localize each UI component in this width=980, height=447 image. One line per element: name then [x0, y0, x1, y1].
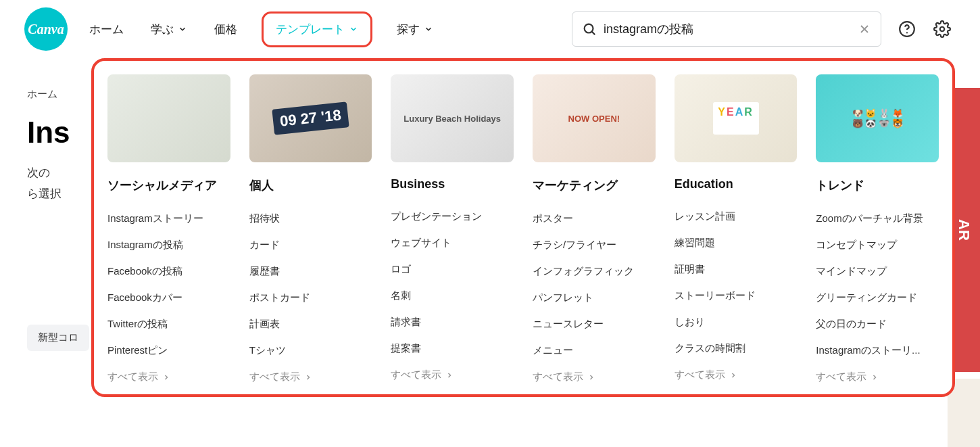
list-item[interactable]: チラシ/フライヤー [533, 232, 656, 258]
list-item[interactable]: ポストカード [249, 285, 372, 311]
nav-learn[interactable]: 学ぶ [148, 16, 190, 43]
list-item[interactable]: Instagramストーリー [107, 206, 230, 232]
nav-home[interactable]: ホーム [87, 16, 126, 43]
list-item[interactable]: コンセプトマップ [816, 232, 939, 258]
list-item[interactable]: 提案書 [391, 335, 514, 362]
search-box[interactable] [572, 11, 881, 47]
category-title[interactable]: トレンド [816, 177, 939, 193]
category-thumb-trend[interactable]: 🐶 🐱 🐰 🦊🐻 🐼 🐨 🐯 [816, 74, 939, 162]
category-list: ポスター チラシ/フライヤー インフォグラフィック パンフレット ニュースレター… [533, 206, 656, 364]
category-list: レッスン計画 練習問題 証明書 ストーリーボード しおり クラスの時間割 [675, 204, 798, 362]
nav-pricing[interactable]: 価格 [212, 16, 240, 43]
chevron-right-icon [445, 371, 454, 379]
list-item[interactable]: Tシャツ [249, 337, 372, 364]
list-item[interactable]: カード [249, 232, 372, 258]
see-all-link[interactable]: すべて表示 [533, 371, 656, 383]
help-button[interactable] [893, 16, 921, 43]
list-item[interactable]: ストーリーボード [675, 283, 798, 309]
category-title[interactable]: Education [675, 177, 798, 191]
category-title[interactable]: ソーシャルメディア [107, 177, 230, 193]
category-thumb-personal[interactable]: 09 27 '18 [249, 74, 372, 162]
svg-point-6 [940, 27, 945, 32]
list-item[interactable]: ポスター [533, 206, 656, 232]
list-item[interactable]: インフォグラフィック [533, 258, 656, 285]
nav-explore-label: 探す [397, 22, 420, 37]
category-thumb-business[interactable]: Luxury Beach Holidays [391, 74, 514, 162]
list-item[interactable]: 招待状 [249, 206, 372, 232]
category-thumb-marketing[interactable]: NOW OPEN! [533, 74, 656, 162]
category-title[interactable]: Business [391, 177, 514, 191]
svg-point-5 [906, 32, 908, 33]
list-item[interactable]: Instagramのストーリ... [816, 337, 939, 364]
megamenu-col-business: Luxury Beach Holidays Business プレゼンテーション… [391, 74, 514, 383]
search-input[interactable] [604, 22, 851, 37]
see-all-link[interactable]: すべて表示 [107, 371, 230, 383]
header: Canva ホーム 学ぶ 価格 テンプレート 探す [0, 0, 980, 58]
list-item[interactable]: 請求書 [391, 309, 514, 335]
list-item[interactable]: 証明書 [675, 256, 798, 283]
nav-templates-label: テンプレート [276, 22, 345, 37]
category-thumb-education[interactable]: YEARBOOK [675, 74, 798, 162]
list-item[interactable]: Pinterestピン [107, 337, 230, 364]
templates-megamenu: ソーシャルメディア Instagramストーリー Instagramの投稿 Fa… [91, 58, 955, 397]
see-all-link[interactable]: すべて表示 [249, 371, 372, 383]
category-thumb-social[interactable] [107, 74, 230, 162]
see-all-link[interactable]: すべて表示 [391, 369, 514, 381]
list-item[interactable]: 練習問題 [675, 230, 798, 256]
chevron-right-icon [729, 371, 737, 379]
category-list: Instagramストーリー Instagramの投稿 Facebookの投稿 … [107, 206, 230, 364]
chevron-down-icon [424, 24, 433, 34]
nav-pricing-label: 価格 [214, 22, 237, 37]
megamenu-col-marketing: NOW OPEN! マーケティング ポスター チラシ/フライヤー インフォグラフ… [533, 74, 656, 383]
category-list: プレゼンテーション ウェブサイト ロゴ 名刺 請求書 提案書 [391, 204, 514, 362]
list-item[interactable]: Zoomのバーチャル背景 [816, 206, 939, 232]
list-item[interactable]: 履歴書 [249, 258, 372, 285]
list-item[interactable]: メニュー [533, 337, 656, 364]
category-list: 招待状 カード 履歴書 ポストカード 計画表 Tシャツ [249, 206, 372, 364]
help-icon [898, 20, 916, 38]
list-item[interactable]: グリーティングカード [816, 285, 939, 311]
list-item[interactable]: ニュースレター [533, 311, 656, 337]
list-item[interactable]: Facebookカバー [107, 285, 230, 311]
list-item[interactable]: 名刺 [391, 283, 514, 309]
gear-icon [933, 20, 951, 38]
chevron-right-icon [162, 373, 170, 381]
chevron-down-icon [349, 24, 358, 34]
search-icon [582, 22, 597, 37]
megamenu-col-social: ソーシャルメディア Instagramストーリー Instagramの投稿 Fa… [107, 74, 230, 383]
nav-explore[interactable]: 探す [394, 16, 436, 43]
megamenu-col-personal: 09 27 '18 個人 招待状 カード 履歴書 ポストカード 計画表 Tシャツ… [249, 74, 372, 383]
settings-button[interactable] [929, 16, 956, 43]
list-item[interactable]: クラスの時間割 [675, 335, 798, 362]
list-item[interactable]: パンフレット [533, 285, 656, 311]
svg-point-0 [585, 24, 593, 33]
list-item[interactable]: しおり [675, 309, 798, 335]
list-item[interactable]: 計画表 [249, 311, 372, 337]
svg-line-1 [592, 32, 595, 34]
chevron-right-icon [871, 373, 879, 381]
list-item[interactable]: ロゴ [391, 256, 514, 283]
category-title[interactable]: 個人 [249, 177, 372, 193]
nav-templates[interactable]: テンプレート [262, 11, 372, 47]
see-all-link[interactable]: すべて表示 [816, 371, 939, 383]
list-item[interactable]: Instagramの投稿 [107, 232, 230, 258]
canva-logo[interactable]: Canva [24, 7, 68, 51]
nav-learn-label: 学ぶ [151, 22, 174, 37]
category-title[interactable]: マーケティング [533, 177, 656, 193]
see-all-link[interactable]: すべて表示 [675, 369, 798, 381]
chevron-right-icon [304, 373, 312, 381]
list-item[interactable]: レッスン計画 [675, 204, 798, 230]
category-list: Zoomのバーチャル背景 コンセプトマップ マインドマップ グリーティングカード… [816, 206, 939, 364]
list-item[interactable]: プレゼンテーション [391, 204, 514, 230]
list-item[interactable]: マインドマップ [816, 258, 939, 285]
list-item[interactable]: 父の日のカード [816, 311, 939, 337]
list-item[interactable]: ウェブサイト [391, 230, 514, 256]
megamenu-col-trend: 🐶 🐱 🐰 🦊🐻 🐼 🐨 🐯 トレンド Zoomのバーチャル背景 コンセプトマッ… [816, 74, 939, 383]
chip-covid[interactable]: 新型コロ [27, 325, 89, 351]
main-nav: ホーム 学ぶ 価格 テンプレート 探す [87, 11, 436, 47]
chevron-right-icon [587, 373, 595, 381]
clear-icon[interactable] [858, 22, 871, 36]
nav-home-label: ホーム [89, 22, 124, 37]
list-item[interactable]: Twitterの投稿 [107, 311, 230, 337]
list-item[interactable]: Facebookの投稿 [107, 258, 230, 285]
